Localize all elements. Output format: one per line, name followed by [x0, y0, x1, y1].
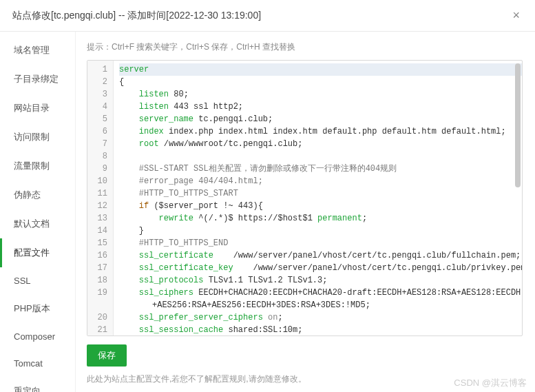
code-line[interactable]: server_name tc.pengqi.club;: [119, 113, 522, 125]
sidebar-item[interactable]: 访问限制: [0, 123, 75, 152]
sidebar-item[interactable]: Composer: [0, 323, 75, 350]
sidebar-item[interactable]: Tomcat: [0, 350, 75, 377]
sidebar: 域名管理子目录绑定网站目录访问限制流量限制伪静态默认文档配置文件SSLPHP版本…: [0, 32, 76, 392]
code-line[interactable]: #SSL-START SSL相关配置，请勿删除或修改下一行带注释的404规则: [119, 163, 522, 175]
code-line[interactable]: listen 443 ssl http2;: [119, 101, 522, 113]
code-line[interactable]: ssl_prefer_server_ciphers on;: [119, 311, 522, 324]
close-icon[interactable]: ×: [510, 8, 523, 23]
code-line[interactable]: if ($server_port !~ 443){: [119, 200, 522, 212]
editor-scrollbar[interactable]: [515, 63, 521, 187]
code-line[interactable]: #error_page 404/404.html;: [119, 175, 522, 187]
sidebar-item[interactable]: 网站目录: [0, 94, 75, 123]
top-hint: 提示：Ctrl+F 搜索关键字，Ctrl+S 保存，Ctrl+H 查找替换: [87, 41, 523, 53]
sidebar-item[interactable]: PHP版本: [0, 294, 75, 323]
sidebar-item[interactable]: 伪静态: [0, 180, 75, 209]
code-line[interactable]: listen 80;: [119, 88, 522, 101]
code-line[interactable]: #HTTP_TO_HTTPS_END: [119, 237, 522, 249]
code-line[interactable]: [119, 150, 522, 163]
modal-dialog: 站点修改[tc.pengqi.club] -- 添加时间[2022-12-30 …: [0, 0, 535, 392]
sidebar-item[interactable]: SSL: [0, 267, 75, 294]
modal-title: 站点修改[tc.pengqi.club] -- 添加时间[2022-12-30 …: [12, 10, 261, 22]
content-panel: 提示：Ctrl+F 搜索关键字，Ctrl+S 保存，Ctrl+H 查找替换 12…: [76, 32, 535, 392]
bottom-hint: 此处为站点主配置文件,若您不了解配置规则,请勿随意修改。: [87, 373, 523, 385]
sidebar-item[interactable]: 默认文档: [0, 209, 75, 238]
modal-header: 站点修改[tc.pengqi.club] -- 添加时间[2022-12-30 …: [0, 0, 535, 32]
code-line[interactable]: ssl_certificate /www/server/panel/vhost/…: [119, 249, 522, 262]
modal-body: 域名管理子目录绑定网站目录访问限制流量限制伪静态默认文档配置文件SSLPHP版本…: [0, 32, 535, 392]
code-line[interactable]: }: [119, 225, 522, 237]
editor-gutter: 123456789101112131415161718192021: [87, 61, 114, 336]
sidebar-item[interactable]: 子目录绑定: [0, 65, 75, 94]
code-line[interactable]: server: [119, 63, 522, 76]
code-line[interactable]: ssl_certificate_key /www/server/panel/vh…: [119, 262, 522, 274]
sidebar-item[interactable]: 配置文件: [0, 238, 75, 267]
code-line[interactable]: rewrite ^(/.*)$ https://$host$1 permanen…: [119, 212, 522, 225]
code-line[interactable]: ssl_session_cache shared:SSL:10m;: [119, 324, 522, 336]
sidebar-item[interactable]: 域名管理: [0, 36, 75, 65]
code-line[interactable]: {: [119, 76, 522, 88]
save-button[interactable]: 保存: [87, 344, 127, 367]
sidebar-item[interactable]: 重定向: [0, 377, 75, 392]
sidebar-item[interactable]: 流量限制: [0, 152, 75, 180]
code-line[interactable]: ssl_ciphers EECDH+CHACHA20:EECDH+CHACHA2…: [119, 287, 522, 299]
code-line[interactable]: root /www/wwwroot/tc.pengqi.club;: [119, 138, 522, 150]
code-line[interactable]: +AES256:RSA+AES256:EECDH+3DES:RSA+3DES:!…: [119, 299, 522, 311]
code-line[interactable]: ssl_protocols TLSv1.1 TLSv1.2 TLSv1.3;: [119, 274, 522, 287]
code-line[interactable]: #HTTP_TO_HTTPS_START: [119, 187, 522, 200]
code-line[interactable]: index index.php index.html index.htm def…: [119, 125, 522, 138]
editor-code[interactable]: server{ listen 80; listen 443 ssl http2;…: [114, 61, 522, 336]
code-editor[interactable]: 123456789101112131415161718192021 server…: [87, 60, 523, 336]
